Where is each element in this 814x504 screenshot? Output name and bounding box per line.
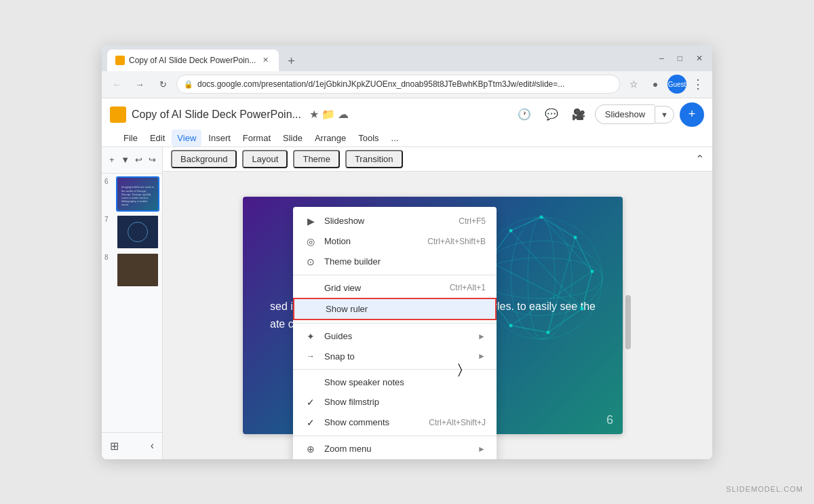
back-button[interactable]: ← xyxy=(107,75,126,94)
sidebar-toolbar: + ▼ ↩ ↪ xyxy=(102,147,162,174)
folder-icon[interactable]: 📁 xyxy=(322,108,335,121)
share-button[interactable]: + xyxy=(680,102,704,127)
grid-view-shortcut: Ctrl+Alt+1 xyxy=(450,283,486,292)
slide-item-8: 8 xyxy=(104,252,159,288)
zoom-arrow: ► xyxy=(478,444,486,454)
menu-item-comments[interactable]: ✓ Show comments Ctrl+Alt+Shift+J xyxy=(293,412,497,433)
new-tab-button[interactable]: + xyxy=(282,52,301,71)
slideshow-button[interactable]: Slideshow xyxy=(595,104,655,124)
motion-icon: ◎ xyxy=(304,236,317,247)
tab-favicon xyxy=(115,56,125,65)
active-tab[interactable]: Copy of AI Slide Deck PowerPoin... ✕ xyxy=(107,50,279,71)
menu-item-snap-to[interactable]: → Snap to ► xyxy=(293,347,497,366)
sidebar-bottom: ⊞ ‹ xyxy=(102,432,162,459)
comments-shortcut: Ctrl+Alt+Shift+J xyxy=(429,418,486,427)
speaker-notes-label: Show speaker notes xyxy=(324,377,486,387)
svg-point-0 xyxy=(480,217,602,339)
menu-item-guides[interactable]: ✦ Guides ► xyxy=(293,326,497,347)
docs-header: Copy of AI Slide Deck PowerPoin... ★ 📁 ☁… xyxy=(102,98,712,147)
comments-label: Show comments xyxy=(324,417,423,427)
add-dropdown-button[interactable]: ▼ xyxy=(119,151,132,169)
url-bar[interactable]: 🔒 docs.google.com/presentation/d/1ejGbki… xyxy=(176,75,620,94)
grid-view-icon[interactable]: ⊞ xyxy=(110,440,119,452)
svg-line-26 xyxy=(488,261,582,309)
slide-panel: + ▼ ↩ ↪ 6 Imaging beliefs are used in th… xyxy=(102,147,163,459)
forward-button[interactable]: → xyxy=(130,75,149,94)
slide-thumb-7[interactable] xyxy=(116,214,159,250)
menu-slide[interactable]: Slide xyxy=(277,130,308,147)
cloud-icon[interactable]: ☁ xyxy=(338,108,349,121)
profile-button[interactable]: Guest xyxy=(667,75,686,94)
menu-file[interactable]: File xyxy=(118,130,143,147)
background-button[interactable]: Background xyxy=(171,150,237,168)
transition-button[interactable]: Transition xyxy=(345,150,403,168)
slideshow-wrapper: Slideshow ▼ xyxy=(595,104,674,124)
history-icon[interactable]: 🕐 xyxy=(513,104,535,125)
view-dropdown-menu: ▶ Slideshow Ctrl+F5 ◎ Motion Ctrl+Alt+Sh… xyxy=(293,207,497,459)
motion-label: Motion xyxy=(324,236,422,246)
menu-tools[interactable]: Tools xyxy=(353,130,384,147)
grid-view-label: Grid view xyxy=(324,283,444,293)
docs-header-icons: ★ 📁 ☁ xyxy=(309,108,349,121)
menu-edit[interactable]: Edit xyxy=(144,130,170,147)
filmstrip-check: ✓ xyxy=(304,397,317,408)
docs-title-row: Copy of AI Slide Deck PowerPoin... ★ 📁 ☁… xyxy=(110,102,704,127)
format-bar-collapse-button[interactable]: ⌃ xyxy=(695,153,704,166)
theme-button[interactable]: Theme xyxy=(293,150,339,168)
chrome-menu-button[interactable]: ⋮ xyxy=(689,75,707,93)
layout-button[interactable]: Layout xyxy=(242,150,288,168)
tab-title: Copy of AI Slide Deck PowerPoin... xyxy=(129,56,256,65)
slide-number-8: 8 xyxy=(104,252,114,261)
divider-2 xyxy=(293,323,497,324)
svg-line-24 xyxy=(548,237,575,332)
slide-item-7: 7 xyxy=(104,214,159,250)
divider-3 xyxy=(293,369,497,370)
menu-item-speaker-notes[interactable]: Show speaker notes xyxy=(293,372,497,392)
restore-button[interactable]: □ xyxy=(674,52,686,64)
menu-item-theme-builder[interactable]: ⊙ Theme builder xyxy=(293,252,497,272)
menu-bar: File Edit View Insert Format Slide Arran… xyxy=(110,130,704,147)
tab-strip: Copy of AI Slide Deck PowerPoin... ✕ + xyxy=(107,45,653,71)
watermark: SLIDEMODEL.COM xyxy=(726,485,803,493)
redo-button[interactable]: ↪ xyxy=(146,151,158,169)
tab-close-button[interactable]: ✕ xyxy=(260,55,271,66)
comments-check: ✓ xyxy=(304,417,317,428)
add-slide-button[interactable]: + xyxy=(106,151,118,169)
slide-thumb-6[interactable]: Imaging beliefs are used in the works of… xyxy=(116,176,159,212)
slide-scrollbar[interactable] xyxy=(623,280,632,351)
star-icon[interactable]: ★ xyxy=(309,108,319,121)
slideshow-dropdown-button[interactable]: ▼ xyxy=(655,106,674,123)
menu-item-zoom[interactable]: ⊕ Zoom menu ► xyxy=(293,439,497,459)
comment-icon[interactable]: 💬 xyxy=(541,104,562,125)
menu-item-filmstrip[interactable]: ✓ Show filmstrip xyxy=(293,392,497,412)
slide-number-6: 6 xyxy=(104,176,114,185)
extensions-icon[interactable]: ● xyxy=(646,75,665,94)
menu-insert[interactable]: Insert xyxy=(203,130,236,147)
menu-more[interactable]: ... xyxy=(386,130,404,147)
minimize-button[interactable]: – xyxy=(655,52,668,64)
menu-item-motion[interactable]: ◎ Motion Ctrl+Alt+Shift+B xyxy=(293,231,497,252)
svg-line-15 xyxy=(575,237,592,271)
slide-thumb-8[interactable] xyxy=(116,252,159,288)
close-button[interactable]: ✕ xyxy=(692,52,707,64)
divider-1 xyxy=(293,275,497,275)
menu-format[interactable]: Format xyxy=(237,130,276,147)
refresh-button[interactable]: ↻ xyxy=(153,75,172,94)
menu-item-slideshow[interactable]: ▶ Slideshow Ctrl+F5 xyxy=(293,211,497,231)
theme-builder-icon: ⊙ xyxy=(304,256,317,267)
divider-4 xyxy=(293,435,497,436)
scrollbar-thumb[interactable] xyxy=(625,295,631,349)
menu-item-grid-view[interactable]: Grid view Ctrl+Alt+1 xyxy=(293,278,497,298)
window-controls: – □ ✕ xyxy=(655,52,707,64)
snap-to-icon: → xyxy=(304,351,317,361)
menu-item-show-ruler[interactable]: Show ruler xyxy=(293,298,497,320)
menu-arrange[interactable]: Arrange xyxy=(309,130,351,147)
bookmark-icon[interactable]: ☆ xyxy=(624,75,643,94)
zoom-icon: ⊕ xyxy=(304,444,317,454)
menu-view[interactable]: View xyxy=(172,130,201,147)
svg-line-25 xyxy=(511,271,592,326)
collapse-sidebar-button[interactable]: ‹ xyxy=(151,440,154,452)
undo-button[interactable]: ↩ xyxy=(133,151,145,169)
video-icon[interactable]: 🎥 xyxy=(568,104,589,125)
slide-number-badge: 6 xyxy=(606,413,613,427)
